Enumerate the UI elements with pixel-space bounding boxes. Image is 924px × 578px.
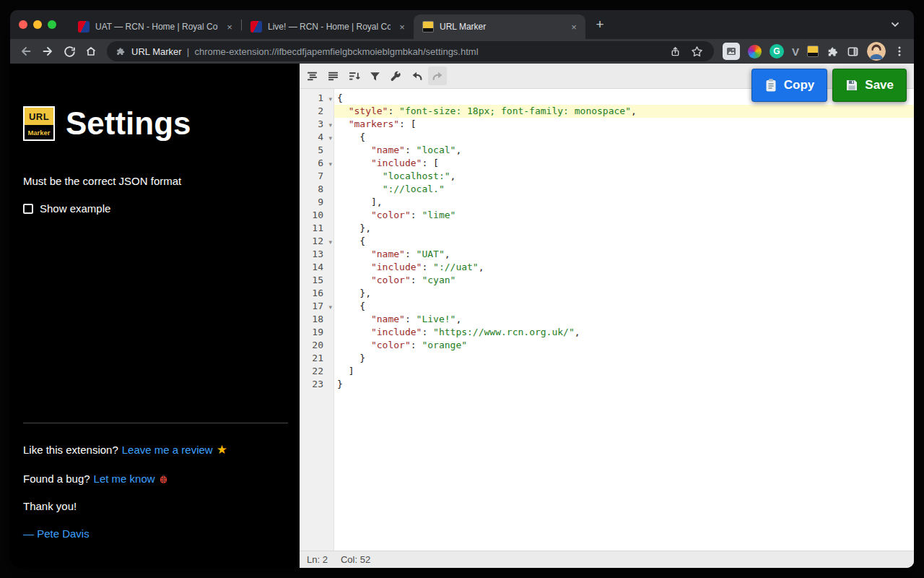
transform-filter-icon[interactable] [365, 66, 384, 85]
code-text[interactable]: "name": "UAT", [334, 248, 914, 261]
code-line-18[interactable]: 18 "name": "Live!", [300, 313, 914, 326]
profile-avatar[interactable] [867, 42, 886, 61]
code-line-10[interactable]: 10 "color": "lime" [300, 209, 914, 222]
code-line-16[interactable]: 16 }, [300, 287, 914, 300]
tab-uat-rcn[interactable]: UAT — RCN - Home | Royal Col × [69, 14, 241, 39]
bug-link[interactable]: Let me know [94, 473, 155, 485]
pinwheel-extension-icon[interactable] [748, 45, 762, 59]
line-number[interactable]: 23 [300, 378, 334, 391]
code-area[interactable]: 1▾{2 "style": "font-size: 18px; font-fam… [300, 89, 914, 551]
line-number[interactable]: 18 [300, 313, 334, 326]
code-text[interactable]: "localhost:", [334, 170, 914, 183]
code-line-22[interactable]: 22 ] [300, 365, 914, 378]
code-text[interactable]: }, [334, 222, 914, 235]
code-text[interactable]: ], [334, 196, 914, 209]
code-line-3[interactable]: 3▾ "markers": [ [300, 118, 914, 131]
code-line-5[interactable]: 5 "name": "local", [300, 144, 914, 157]
tab-url-marker-active[interactable]: URL Marker × [414, 14, 585, 39]
line-number[interactable]: 7 [300, 170, 334, 183]
line-number[interactable]: 12▾ [300, 235, 334, 248]
close-window-button[interactable] [19, 20, 27, 29]
tab-search-chevron-icon[interactable] [886, 16, 904, 33]
code-line-12[interactable]: 12▾ { [300, 235, 914, 248]
code-line-11[interactable]: 11 }, [300, 222, 914, 235]
code-text[interactable]: { [334, 131, 914, 144]
review-link[interactable]: Leave me a review [122, 444, 213, 456]
sort-icon[interactable] [344, 66, 363, 85]
code-text[interactable]: "include": [ [334, 157, 914, 170]
close-tab-icon[interactable]: × [396, 21, 408, 33]
redo-icon[interactable] [428, 66, 447, 85]
code-line-8[interactable]: 8 "://local." [300, 183, 914, 196]
line-number[interactable]: 11 [300, 222, 334, 235]
address-bar[interactable]: URL Marker | chrome-extension://ifbecdfj… [107, 41, 714, 61]
line-number[interactable]: 16 [300, 287, 334, 300]
code-line-14[interactable]: 14 "include": "://uat", [300, 261, 914, 274]
menu-dots-icon[interactable] [894, 46, 905, 57]
home-icon[interactable] [81, 41, 101, 61]
code-line-19[interactable]: 19 "include": "https://www.rcn.org.uk/", [300, 326, 914, 339]
line-number[interactable]: 15 [300, 274, 334, 287]
code-line-17[interactable]: 17▾ { [300, 300, 914, 313]
grammarly-extension-icon[interactable]: G [770, 44, 784, 59]
code-text[interactable]: "://local." [334, 183, 914, 196]
code-text[interactable]: "name": "local", [334, 144, 914, 157]
code-text[interactable]: "name": "Live!", [334, 313, 914, 326]
close-tab-icon[interactable]: × [568, 21, 580, 33]
line-number[interactable]: 22 [300, 365, 334, 378]
code-text[interactable]: ] [334, 365, 914, 378]
extensions-puzzle-icon[interactable] [827, 46, 839, 58]
code-text[interactable]: "markers": [ [334, 118, 914, 131]
code-line-20[interactable]: 20 "color": "orange" [300, 339, 914, 352]
line-number[interactable]: 19 [300, 326, 334, 339]
code-line-4[interactable]: 4▾ { [300, 131, 914, 144]
fold-toggle-icon[interactable]: ▾ [328, 301, 332, 314]
new-tab-button[interactable]: + [590, 14, 610, 35]
code-line-2[interactable]: 2 "style": "font-size: 18px; font-family… [300, 105, 914, 118]
code-line-13[interactable]: 13 "name": "UAT", [300, 248, 914, 261]
save-button[interactable]: Save [832, 69, 907, 102]
line-number[interactable]: 20 [300, 339, 334, 352]
line-number[interactable]: 8 [300, 183, 334, 196]
v-extension-icon[interactable]: V [792, 46, 799, 58]
reload-icon[interactable] [59, 41, 79, 61]
line-number[interactable]: 17▾ [300, 300, 334, 313]
copy-button[interactable]: Copy [751, 69, 828, 102]
code-text[interactable]: "include": "://uat", [334, 261, 914, 274]
code-text[interactable]: }, [334, 287, 914, 300]
screenshot-extension-icon[interactable] [723, 43, 740, 60]
close-tab-icon[interactable]: × [224, 21, 235, 33]
bookmark-star-icon[interactable] [689, 43, 705, 59]
line-number[interactable]: 10 [300, 209, 334, 222]
zoom-window-button[interactable] [48, 20, 56, 29]
fold-toggle-icon[interactable]: ▾ [328, 118, 332, 131]
fold-toggle-icon[interactable]: ▾ [328, 92, 332, 105]
repair-wrench-icon[interactable] [386, 66, 405, 85]
code-text[interactable]: "color": "lime" [334, 209, 914, 222]
fold-toggle-icon[interactable]: ▾ [328, 158, 332, 171]
tab-live-rcn[interactable]: Live! — RCN - Home | Royal Co × [242, 14, 414, 39]
line-number[interactable]: 6▾ [300, 157, 334, 170]
line-number[interactable]: 3▾ [300, 118, 334, 131]
undo-icon[interactable] [407, 66, 426, 85]
fold-toggle-icon[interactable]: ▾ [328, 131, 332, 144]
code-line-23[interactable]: 23} [300, 378, 914, 391]
side-panel-icon[interactable] [847, 46, 859, 58]
line-number[interactable]: 13 [300, 248, 334, 261]
code-line-9[interactable]: 9 ], [300, 196, 914, 209]
compact-icon[interactable] [323, 66, 342, 85]
code-text[interactable]: "color": "cyan" [334, 274, 914, 287]
minimize-window-button[interactable] [33, 20, 42, 29]
line-number[interactable]: 1▾ [300, 92, 334, 105]
code-text[interactable]: } [334, 352, 914, 365]
line-number[interactable]: 4▾ [300, 131, 334, 144]
back-icon[interactable] [16, 41, 36, 61]
line-number[interactable]: 21 [300, 352, 334, 365]
line-number[interactable]: 5 [300, 144, 334, 157]
format-icon[interactable] [302, 66, 321, 85]
code-line-21[interactable]: 21 } [300, 352, 914, 365]
fold-toggle-icon[interactable]: ▾ [328, 236, 332, 249]
code-text[interactable]: } [334, 378, 914, 391]
line-number[interactable]: 9 [300, 196, 334, 209]
share-icon[interactable] [668, 43, 684, 59]
